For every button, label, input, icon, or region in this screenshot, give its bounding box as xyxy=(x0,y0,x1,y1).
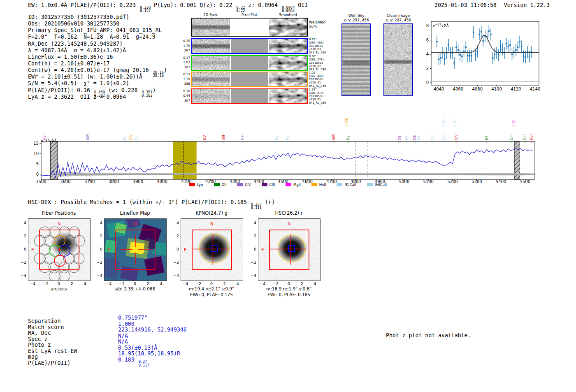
pixel-flat-cell xyxy=(231,72,268,86)
match-row-value: 0.183 0.270.117 xyxy=(118,357,187,367)
stacked-fraction: 0.2570.111 xyxy=(251,203,262,210)
tick-label: 4140 xyxy=(529,87,542,91)
legend-label: CIII xyxy=(269,183,275,187)
lineflux-xlabel: s/b: 2.39 +/- 0.085 xyxy=(96,286,174,291)
match-table-labels: SeparationMatch scoreRA, DecSpec zPhoto … xyxy=(28,318,77,366)
kpno-measure-line: m:19.4 re:2.1" s:0.9" xyxy=(172,286,251,291)
legend-item: (H)CaII xyxy=(367,183,387,187)
fraction-lower: 0.157 xyxy=(140,9,151,12)
meta-line: 20210506 xyxy=(309,95,339,98)
info-line: λ = 4087.34Å σ = 4.82(±1.42)Å xyxy=(28,47,167,54)
spec2d-row-meta: 1.52"(296, 273)20210506v010_01041_RL_030 xyxy=(309,88,339,104)
compass-east: E xyxy=(184,248,186,252)
version-label: Version 1.22.3 xyxy=(497,2,550,8)
legend-swatch xyxy=(337,183,342,186)
meta-line: 20210506 xyxy=(309,78,339,81)
kpno-plae-line: EWr: 0, PLAE: 0.175 xyxy=(172,292,251,297)
legend-swatch xyxy=(189,183,195,186)
fraction-lower: 0.0964 xyxy=(282,9,295,12)
spec2d-image xyxy=(269,56,307,70)
meta-line: 041_RL_050 xyxy=(309,51,339,54)
tick-label: −4 xyxy=(248,273,256,278)
tick-label: 4 xyxy=(94,220,102,225)
stacked-fraction: 20.1620.16 xyxy=(153,71,164,78)
spec2d-image xyxy=(192,19,230,36)
spec2d-row xyxy=(191,88,308,104)
spectrum-plot-area xyxy=(41,141,535,181)
tick-label: 4 xyxy=(80,281,90,286)
hsc-plot: N E xyxy=(258,218,321,281)
spec2d-image xyxy=(269,72,307,86)
info-line: P(LAE)/P(OII): 0.36 0.4590.282 (w: 0.228… xyxy=(28,87,167,94)
tick-label: −4 xyxy=(258,281,267,286)
spec2d-row-meta: 0.80"(296, 273)20210506v010_02041_RL_030 xyxy=(309,55,339,71)
weight-value: 307 xyxy=(174,65,190,70)
tick-label: −4 xyxy=(180,281,190,286)
spec2d-header-2dspec: 2D Spec xyxy=(191,13,230,17)
info-line: Primary Spec_Slot_IFU_AMP: 041_063_015_R… xyxy=(28,27,167,34)
legend-label: CIV xyxy=(245,183,251,187)
match-table-values: 0.751977"1.000223.144916, 52.949346N/AN/… xyxy=(118,315,187,367)
tick-label: −2 xyxy=(94,260,102,264)
meta-line: 0.81" xyxy=(309,38,339,41)
tick-label: 0 xyxy=(171,247,179,251)
weight-value: 0.44 xyxy=(174,93,190,98)
tick-label: 4120 xyxy=(509,87,523,91)
spec2d-image xyxy=(269,89,307,103)
weighted-sum-line: Weighted xyxy=(309,20,325,24)
weight-value: 0.10 xyxy=(174,89,190,94)
match-row-label: mag xyxy=(28,354,77,360)
spectrum-svg xyxy=(41,141,535,179)
match-row-value: 0.53(±0.13)Å xyxy=(118,345,187,351)
match-row-value: 18.95(18.95,18.95)R xyxy=(118,351,187,357)
compass-north: N xyxy=(288,222,290,226)
tick-label: 0 xyxy=(284,281,294,286)
stacked-fraction: 0.220.22 xyxy=(237,6,245,13)
info-line: EWr = 2.10(±0.51) (w: 1.00(±0.26))Å xyxy=(28,74,167,80)
tick-label: −2 xyxy=(171,260,179,264)
legend-item: HeII xyxy=(311,183,326,187)
fiber-image: N E xyxy=(28,219,90,281)
match-row-value: N/A xyxy=(118,339,187,345)
tick-label: 4080 xyxy=(471,87,484,91)
weight-value: 287 xyxy=(174,48,190,53)
legend-swatch xyxy=(237,183,243,186)
kpno-title: KPNO(24.7) g xyxy=(181,210,242,216)
fraction-lower: 0.111 xyxy=(251,206,262,209)
meta-line: (297, 456) xyxy=(309,41,339,44)
info-block: ID: 3012577350 (3012577350.pdf)Obs: 2021… xyxy=(28,14,167,100)
pixel-flat-cell xyxy=(231,19,268,36)
legend-item: Lyα xyxy=(189,183,203,187)
tick-label: 4 xyxy=(233,281,243,286)
meta-line: v010_01 xyxy=(309,81,339,84)
pixel-flat-cell xyxy=(231,56,268,70)
spec2d-image xyxy=(269,19,307,36)
with-sky-title: With Sky xyxy=(337,14,376,18)
info-line: LineFlux = 1.50(±0.36)e-16 xyxy=(28,54,167,60)
stacked-fraction: 0.3510.163 xyxy=(142,90,152,97)
clean-image-title: Clean Image xyxy=(379,14,418,18)
tick-label: 4 xyxy=(18,220,26,225)
match-row-label: Spec z xyxy=(28,336,77,343)
spec2d-image xyxy=(192,72,230,86)
meta-line: 1.52" xyxy=(309,88,339,91)
legend-label: (K)CaII xyxy=(344,183,356,187)
with-sky-coords: x, y: 297, 456 xyxy=(337,18,376,22)
compass-north: N xyxy=(58,222,60,226)
weight-value: 1.19 xyxy=(174,77,190,82)
match-row-value: 1.000 xyxy=(118,321,187,327)
emission-line-label: ( OII xyxy=(512,118,516,126)
fraction-lower: 20.16 xyxy=(153,74,164,77)
tick-label: 2 xyxy=(143,281,153,286)
legend-item: (K)CaII xyxy=(337,183,356,187)
tick-label: 0 xyxy=(130,281,140,286)
tick-label: −4 xyxy=(104,281,114,286)
legend-swatch xyxy=(286,183,291,186)
meta-line: 20210506 xyxy=(309,44,339,48)
legend-item: MgII xyxy=(286,183,301,187)
emission-line-label: ( OIII xyxy=(442,118,446,126)
spec2d-header-smoothed: Smoothed xyxy=(269,13,307,17)
tick-label: 0 xyxy=(54,281,64,286)
fiber-plot: N E xyxy=(28,218,91,281)
tick-label: 0 xyxy=(94,247,102,251)
